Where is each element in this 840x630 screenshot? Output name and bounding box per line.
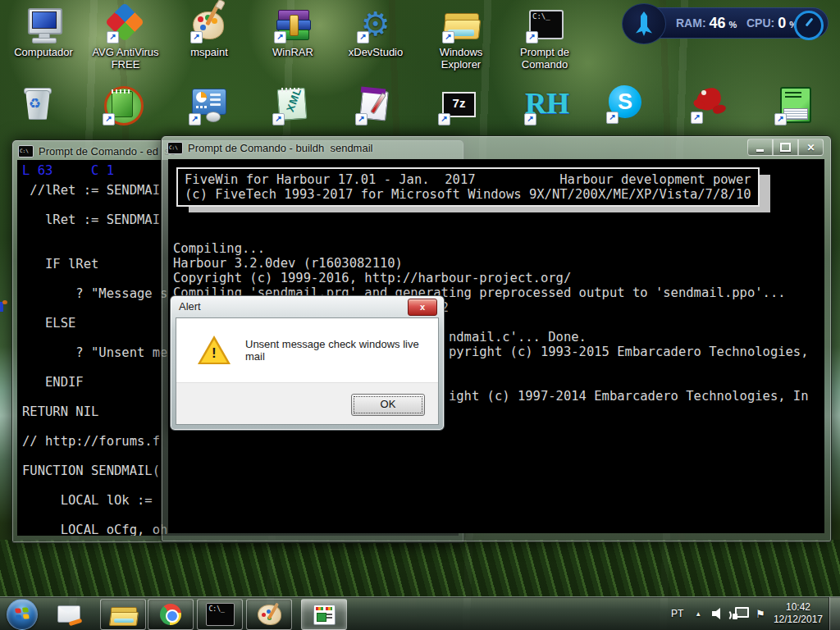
window-caption-buttons: ✕	[747, 139, 824, 156]
taskbar-chrome-button[interactable]	[148, 599, 194, 630]
clock[interactable]: 10:42 12/12/2017	[774, 601, 823, 626]
maximize-button[interactable]	[773, 139, 798, 156]
language-indicator[interactable]: PT	[671, 608, 683, 619]
front-window-title: Prompt de Comando - buildh sendmail	[188, 142, 372, 154]
shortcut-arrow-icon: ↗	[272, 113, 285, 126]
skype-icon: S ↗	[605, 82, 648, 125]
desktop-icon-recycle-bin[interactable]: ♻	[14, 84, 63, 126]
desktop-icon-prompt-comando[interactable]: C:\_ ↗ Prompt de Comando	[504, 5, 586, 71]
desktop-icon-skype[interactable]: S ↗	[602, 82, 651, 125]
xml-notepad-icon: XML ↗	[272, 84, 314, 126]
taskbar-mail-button[interactable]	[51, 600, 87, 627]
paint-palette-icon	[258, 605, 281, 625]
alert-dialog[interactable]: Alert x ! Unsent message check windows l…	[170, 295, 445, 431]
alert-body: ! Unsent message check windows live mail…	[176, 317, 439, 425]
alert-close-button[interactable]: x	[408, 299, 437, 316]
desktop-icon-winrar[interactable]: ↗ WinRAR	[252, 5, 334, 59]
alert-footer: OK	[176, 382, 438, 424]
desktop-icon-xdevstudio[interactable]: ⚙ ↗ xDevStudio	[335, 5, 417, 59]
recycle-bin-icon: ♻	[17, 84, 60, 126]
ok-button[interactable]: OK	[351, 394, 425, 416]
desktop-icon-control-panel[interactable]: ↗	[185, 84, 234, 126]
desktop-icon-rh[interactable]: RH ↗	[520, 84, 569, 126]
desktop-icon-xml-notepad[interactable]: XML ↗	[268, 84, 317, 126]
desktop-icon-label: Computador	[2, 47, 84, 59]
taskbar-explorer-button[interactable]	[100, 599, 146, 630]
desktop-icon-red-creature[interactable]: ↗	[687, 82, 736, 125]
computer-icon	[24, 5, 63, 44]
close-icon: ✕	[806, 142, 815, 153]
speedometer-icon[interactable]	[794, 11, 824, 40]
cpu-label: CPU:	[746, 16, 774, 30]
back-window-title: Prompt de Comando - ed se	[39, 145, 176, 158]
desktop-icon-notepad-ring[interactable]: ↗	[98, 84, 148, 126]
desktop-icon-label: WinRAR	[252, 47, 334, 59]
winrar-books-icon: ↗	[273, 5, 313, 44]
app-window-icon	[313, 605, 336, 625]
desktop-icon-pen-notepad[interactable]: ↗	[351, 84, 400, 126]
taskbar-app-button-active[interactable]	[301, 599, 347, 630]
desktop-icon-label: xDevStudio	[335, 47, 417, 59]
taskbar-paint-button[interactable]	[246, 599, 292, 630]
ram-readout: RAM: 46 %	[676, 3, 737, 43]
banner-line1: FiveWin for Harbour 17.01 - Jan. 2017 Ha…	[185, 172, 751, 187]
show-desktop-button[interactable]	[829, 597, 840, 630]
shortcut-arrow-icon: ↗	[774, 113, 787, 126]
mail-icon	[57, 605, 80, 623]
shortcut-arrow-icon: ↗	[189, 113, 201, 126]
taskbar: C:\_ PT ▲ ⚑ 10:42 12/12/2017	[0, 596, 840, 630]
shortcut-arrow-icon: ↗	[524, 113, 536, 126]
gear-icon: ⚙ ↗	[356, 5, 395, 44]
shortcut-arrow-icon: ↗	[274, 31, 286, 43]
desktop-icon-mspaint[interactable]: ↗ mspaint	[168, 5, 250, 59]
cmd-window-icon: C:\	[167, 142, 183, 154]
red-creature-icon: ↗	[690, 82, 733, 125]
rh-letters-icon: RH ↗	[523, 84, 566, 126]
rocket-icon	[636, 11, 652, 36]
cpu-value: 0	[778, 15, 786, 32]
start-button[interactable]	[7, 599, 38, 630]
front-window-titlebar[interactable]: C:\ Prompt de Comando - buildh sendmail	[162, 136, 831, 159]
chrome-icon	[160, 604, 181, 625]
shortcut-arrow-icon: ↗	[357, 31, 369, 43]
desktop-icon-label: Prompt de Comando	[504, 47, 586, 71]
desktop-icon-green-notebook[interactable]: ↗	[770, 84, 819, 126]
desktop-icon-computador[interactable]: Computador	[2, 5, 84, 59]
action-center-flag-icon[interactable]: ⚑	[756, 608, 765, 620]
partially-hidden-desktop-icon	[0, 300, 7, 313]
shortcut-arrow-icon: ↗	[606, 112, 619, 124]
tray-date: 12/12/2017	[774, 614, 823, 626]
paint-palette-icon: ↗	[189, 5, 229, 44]
shortcut-arrow-icon: ↗	[107, 31, 119, 43]
hidden-icons-chevron[interactable]: ▲	[695, 610, 701, 618]
shortcut-arrow-icon: ↗	[691, 112, 703, 124]
system-tray: PT ▲ ⚑ 10:42 12/12/2017	[671, 597, 829, 630]
ram-value: 46	[710, 15, 726, 32]
maximize-icon	[780, 143, 791, 152]
folder-icon: ↗	[441, 5, 481, 44]
green-notebook-icon: ↗	[774, 84, 816, 126]
pen-notepad-icon: ↗	[354, 84, 397, 126]
7zip-icon: 7z ↗	[437, 84, 480, 126]
minimize-icon	[756, 149, 764, 152]
cpu-readout: CPU: 0 %	[746, 3, 797, 43]
wallpaper-grass	[0, 540, 840, 597]
control-panel-icon: ↗	[188, 84, 231, 126]
shortcut-arrow-icon: ↗	[103, 113, 115, 126]
fivewin-banner-box: FiveWin for Harbour 17.01 - Jan. 2017 Ha…	[176, 167, 760, 207]
close-button[interactable]: ✕	[798, 139, 824, 156]
rocket-badge	[622, 3, 666, 44]
network-icon[interactable]	[733, 607, 749, 620]
shortcut-arrow-icon: ↗	[438, 113, 450, 126]
minimize-button[interactable]	[747, 139, 773, 156]
desktop-icon-label: AVG AntiVirus FREE	[84, 47, 167, 71]
volume-icon[interactable]	[711, 607, 726, 620]
desktop-icon-avg-antivirus[interactable]: ↗ AVG AntiVirus FREE	[84, 5, 167, 71]
desktop-icon-windows-explorer[interactable]: ↗ Windows Explorer	[420, 5, 502, 71]
system-monitor-gadget[interactable]: RAM: 46 % CPU: 0 %	[622, 3, 829, 43]
tray-time: 10:42	[774, 601, 823, 614]
desktop-icon-7zip[interactable]: 7z ↗	[434, 84, 483, 126]
alert-message-area: ! Unsent message check windows live mail	[176, 318, 438, 382]
cmd-window-icon: C:\	[18, 145, 34, 158]
taskbar-cmd-button[interactable]: C:\_	[197, 599, 243, 630]
